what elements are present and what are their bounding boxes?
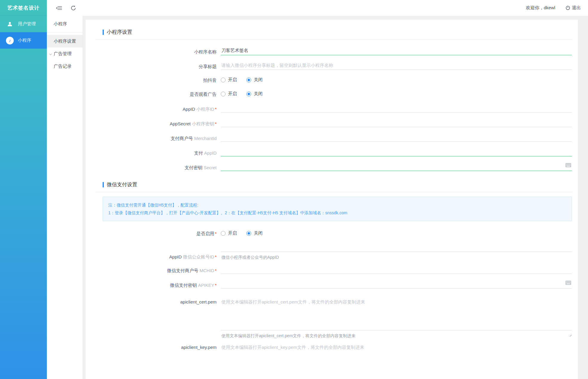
form-row: 拍抖音 开启 关闭	[103, 77, 572, 84]
mchid-input[interactable]	[221, 266, 572, 274]
form-row: apiclient_key.pem	[103, 344, 572, 379]
douyin-on-radio[interactable]: 开启	[221, 77, 237, 83]
logout-button[interactable]: 退出	[565, 5, 581, 11]
field-label: apiclient_key.pem	[103, 344, 221, 351]
divider	[95, 39, 572, 40]
field-label: 是否观看广告	[103, 91, 221, 98]
submenu-group-ad-management[interactable]: 广告管理	[47, 47, 83, 60]
content-area: 小程序设置 小程序名称 分享标题	[83, 16, 588, 379]
sidebar-item-miniprogram[interactable]: ♪ 小程序	[0, 32, 47, 49]
miniprogram-settings-form: 小程序名称 分享标题 拍抖音	[103, 47, 572, 171]
field-label: 微信支付密钥 APIKEY*	[103, 282, 221, 289]
topbar-right: 欢迎你，dkewl 退出	[526, 5, 581, 11]
body-row: 小程序 小程序设置 广告管理 广告记录	[47, 16, 588, 379]
form-row: 支付 AppID	[103, 149, 572, 156]
appsecret-input[interactable]	[221, 119, 572, 127]
logout-label: 退出	[572, 5, 581, 11]
section-header-wechat-pay: 微信支付设置	[103, 181, 572, 188]
field-help-text: 微信小程序或者公众号的AppID	[221, 255, 572, 260]
submenu: 小程序 小程序设置 广告管理 广告记录	[47, 16, 83, 379]
field-help-text: 使用文本编辑器打开apiclient_cert.pem文件，将文件的全部内容复制…	[221, 333, 572, 339]
submenu-header-miniprogram[interactable]: 小程序	[47, 16, 83, 33]
submenu-item-ad-records[interactable]: 广告记录	[47, 60, 83, 73]
field-label: 小程序名称	[103, 49, 221, 55]
field-label: 微信支付商户号 MCHID*	[103, 267, 221, 274]
radio-circle	[221, 78, 226, 82]
merchant-id-input[interactable]	[221, 134, 572, 142]
field-label: 支付密钥 Secret	[103, 164, 221, 171]
keyboard-icon	[565, 281, 571, 286]
form-row: 分享标题	[103, 62, 572, 70]
app-root: 艺术签名设计 用户管理 ♪ 小程序	[0, 0, 588, 379]
pay-appid-input[interactable]	[221, 149, 572, 156]
section-header-miniprogram-settings: 小程序设置	[103, 29, 572, 36]
form-row: AppSecret 小程序密钥*	[103, 119, 572, 127]
sidebar-item-label: 用户管理	[18, 21, 36, 27]
field-label: AppID 小程序ID*	[103, 106, 221, 113]
watch-ad-off-radio[interactable]: 关闭	[246, 91, 263, 97]
note-line-2: 1：登录【微信支付商户平台】，打开【产品中心-开发配置】。2：在【支付配置-H5…	[108, 209, 566, 217]
sidebar-item-users[interactable]: 用户管理	[0, 16, 47, 32]
enable-off-radio[interactable]: 关闭	[246, 230, 263, 236]
main-sidebar: 艺术签名设计 用户管理 ♪ 小程序	[0, 0, 47, 379]
wechat-pay-form: 是否启用* 开启 关闭	[103, 230, 572, 379]
divider	[95, 192, 572, 192]
note-line-1: 注：微信支付需开通【微信H5支付】，配置流程:	[108, 201, 566, 209]
form-row: 支付密钥 Secret	[103, 163, 572, 171]
section-title: 微信支付设置	[107, 181, 137, 188]
submenu-item-miniprogram-settings[interactable]: 小程序设置	[47, 35, 83, 47]
field-label: 支付 AppID	[103, 150, 221, 156]
refresh-icon[interactable]	[70, 5, 77, 11]
field-label: 拍抖音	[103, 77, 221, 84]
field-label: 分享标题	[103, 63, 221, 70]
form-row: 支付商户号 MerchantId	[103, 134, 572, 142]
field-label: AppSecret 小程序密钥*	[103, 121, 221, 127]
welcome-text: 欢迎你，dkewl	[526, 5, 555, 11]
form-row: apiclient_cert.pem 使用文本编辑器打开apiclient_ce…	[103, 299, 572, 339]
form-row: 微信支付密钥 APIKEY*	[103, 281, 572, 289]
apiclient-key-textarea[interactable]	[221, 344, 572, 379]
radio-circle	[221, 231, 226, 236]
user-icon	[5, 20, 14, 29]
radio-circle	[221, 92, 226, 96]
section-accent-bar	[103, 182, 104, 187]
keyboard-icon	[565, 163, 571, 169]
pay-secret-input[interactable]	[221, 163, 572, 171]
wechat-pay-note: 注：微信支付需开通【微信H5支付】，配置流程: 1：登录【微信支付商户平台】，打…	[103, 197, 572, 221]
field-label: 是否启用*	[103, 230, 221, 237]
share-title-input[interactable]	[221, 62, 572, 70]
sidebar-item-label: 小程序	[18, 38, 31, 43]
topbar: 欢迎你，dkewl 退出	[47, 0, 588, 16]
miniprogram-icon: ♪	[5, 36, 14, 45]
enable-on-radio[interactable]: 开启	[221, 230, 237, 236]
form-row: AppID 小程序ID*	[103, 105, 572, 113]
radio-circle-selected	[246, 92, 251, 96]
apiclient-cert-textarea[interactable]	[221, 299, 572, 330]
field-label: apiclient_cert.pem	[103, 299, 221, 305]
wechat-appid-input[interactable]	[221, 244, 572, 252]
section-accent-bar	[103, 30, 104, 35]
menu-fold-icon[interactable]	[56, 5, 62, 11]
apikey-input[interactable]	[221, 281, 572, 289]
form-row: 小程序名称	[103, 47, 572, 55]
douyin-off-radio[interactable]: 关闭	[246, 77, 263, 83]
appid-input[interactable]	[221, 105, 572, 113]
power-icon	[565, 5, 570, 10]
settings-card: 小程序设置 小程序名称 分享标题	[86, 20, 578, 379]
miniprogram-name-input[interactable]	[221, 47, 572, 55]
radio-circle-selected	[246, 231, 251, 236]
form-row: AppID 微信公众账号ID* 微信小程序或者公众号的AppID	[103, 244, 572, 260]
section-title: 小程序设置	[107, 29, 132, 36]
field-label: AppID 微信公众账号ID*	[103, 254, 221, 260]
app-logo: 艺术签名设计	[0, 0, 47, 16]
form-row: 是否观看广告 开启 关闭	[103, 91, 572, 98]
right-column: 欢迎你，dkewl 退出 小程序 小程序设置	[47, 0, 588, 379]
chevron-down-icon	[50, 53, 52, 55]
watch-ad-on-radio[interactable]: 开启	[221, 91, 237, 97]
field-label: 支付商户号 MerchantId	[103, 135, 221, 142]
form-row: 是否启用* 开启 关闭	[103, 230, 572, 237]
form-row: 微信支付商户号 MCHID*	[103, 266, 572, 274]
radio-circle-selected	[246, 78, 251, 82]
